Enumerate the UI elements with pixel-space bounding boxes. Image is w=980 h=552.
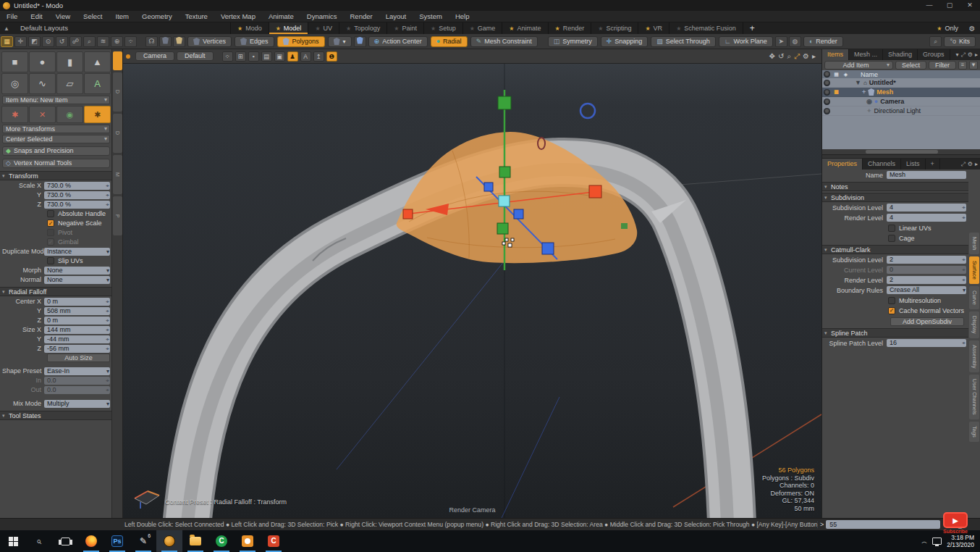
item-label[interactable]: Untitled* bbox=[869, 79, 896, 86]
taskbar-file-explorer[interactable] bbox=[182, 530, 208, 552]
vtab-2[interactable]: D bbox=[113, 114, 122, 153]
tab-mesh-ops[interactable]: Mesh ... bbox=[849, 49, 883, 60]
menu-layout[interactable]: Layout bbox=[379, 11, 413, 22]
network-icon[interactable] bbox=[932, 538, 942, 545]
snapping-button[interactable]: ✛Snapping bbox=[601, 36, 649, 47]
cage-checkbox[interactable]: ✓ bbox=[888, 235, 895, 242]
maximize-viewport-icon[interactable]: ⤢ bbox=[794, 52, 800, 61]
tab-add[interactable]: + bbox=[926, 159, 940, 170]
taskbar-photoshop[interactable]: Ps bbox=[104, 530, 130, 552]
list-options-icon[interactable]: ≡ bbox=[958, 61, 967, 70]
transform-section-header[interactable]: Transform bbox=[0, 171, 112, 180]
center-x-field[interactable]: 0 m bbox=[44, 298, 110, 306]
tab-topology[interactable]: ★Topology bbox=[339, 22, 386, 34]
tab-items[interactable]: Items bbox=[822, 49, 849, 60]
menu-geometry[interactable]: Geometry bbox=[135, 11, 179, 22]
add-layout-tab-button[interactable]: + bbox=[743, 22, 761, 34]
tab-vr[interactable]: ★VR bbox=[638, 22, 669, 34]
taskbar-search-button[interactable]: ⌕ bbox=[26, 530, 52, 552]
cache-normal-vectors-checkbox[interactable]: ✓ bbox=[888, 307, 895, 314]
orbit-icon[interactable]: ↺ bbox=[778, 52, 784, 61]
pan-icon[interactable]: ✥ bbox=[769, 52, 775, 61]
tab-setup[interactable]: ★Setup bbox=[423, 22, 462, 34]
boundary-rules-dropdown[interactable]: Crease All bbox=[887, 286, 966, 294]
vtab-mesh[interactable]: Mesh bbox=[969, 233, 979, 254]
notes-section-header[interactable]: Notes bbox=[822, 182, 968, 191]
action-center-button[interactable]: ⊕Action Center bbox=[368, 36, 428, 47]
menu-dynamics[interactable]: Dynamics bbox=[300, 11, 344, 22]
taskbar-pen-app[interactable]: ✎6 bbox=[130, 530, 156, 552]
eye-icon[interactable] bbox=[824, 108, 830, 114]
auto-select-icon[interactable]: ▦ bbox=[1, 36, 13, 47]
mesh-primitive-button[interactable]: ▱ bbox=[56, 73, 83, 94]
tab-properties[interactable]: Properties bbox=[822, 159, 863, 170]
close-button[interactable]: ✕ bbox=[960, 0, 980, 11]
task-view-button[interactable] bbox=[52, 530, 78, 552]
spline-patch-level-field[interactable]: 16 bbox=[887, 339, 966, 347]
menu-vertex-map[interactable]: Vertex Map bbox=[214, 11, 262, 22]
center-z-field[interactable]: 0 m bbox=[44, 317, 110, 325]
normal-dropdown[interactable]: None bbox=[44, 276, 110, 284]
panel-more-icon[interactable]: ▸ bbox=[975, 161, 978, 167]
eye-icon[interactable] bbox=[824, 80, 830, 86]
loop-select-icon[interactable]: ≋ bbox=[97, 36, 109, 47]
menu-item[interactable]: Item bbox=[109, 11, 135, 22]
item-label[interactable]: Directional Light bbox=[874, 107, 921, 114]
taskbar-firefox[interactable] bbox=[78, 530, 104, 552]
mix-mode-dropdown[interactable]: Multiply bbox=[44, 400, 110, 408]
figure-display-icon[interactable]: ♟ bbox=[287, 51, 298, 62]
render-level-field[interactable]: 4 bbox=[887, 214, 966, 222]
item-label[interactable]: Mesh bbox=[876, 88, 893, 96]
torus-primitive-button[interactable]: ◎ bbox=[1, 73, 28, 94]
tab-paint[interactable]: ★Paint bbox=[386, 22, 423, 34]
item-shield-icon[interactable] bbox=[173, 36, 185, 47]
plus-expander-icon[interactable]: + bbox=[862, 88, 866, 96]
wireframe-toggle-icon[interactable]: ⁘ bbox=[222, 51, 233, 62]
select-button[interactable]: Select bbox=[895, 61, 926, 70]
scale-x-field[interactable]: 730.0 % bbox=[44, 182, 110, 190]
shape-preset-dropdown[interactable]: Ease-In bbox=[44, 367, 110, 375]
cylinder-falloff-tool[interactable]: ◉ bbox=[56, 106, 83, 123]
vtab-4[interactable]: P bbox=[113, 196, 122, 235]
tab-channels[interactable]: Channels bbox=[863, 159, 901, 170]
item-label[interactable]: Camera bbox=[880, 98, 904, 105]
tab-schematic-fusion[interactable]: ★Schematic Fusion bbox=[669, 22, 743, 34]
snaps-precision-button[interactable]: ◆Snaps and Precision bbox=[2, 146, 110, 156]
item-row-mesh[interactable]: ▦ + Mesh bbox=[822, 88, 980, 97]
taskbar-clock[interactable]: 3:18 PM 2/13/2020 bbox=[947, 534, 974, 548]
menu-render[interactable]: Render bbox=[344, 11, 379, 22]
scale-y-field[interactable]: 730.0 % bbox=[44, 191, 110, 199]
selection-set-icon[interactable] bbox=[354, 36, 366, 47]
only-toggle[interactable]: ★Only bbox=[931, 22, 964, 34]
taskbar-modo[interactable] bbox=[156, 530, 182, 552]
radial-falloff-button[interactable]: ●Radial bbox=[431, 36, 468, 47]
zoom-icon[interactable]: ⌕ bbox=[787, 52, 791, 61]
cc-subdivision-level-field[interactable]: 2 bbox=[887, 256, 966, 264]
circle-select-icon[interactable]: ⊙ bbox=[42, 36, 54, 47]
annotation-icon[interactable]: A bbox=[300, 51, 311, 62]
menu-edit[interactable]: Edit bbox=[24, 11, 48, 22]
render-button[interactable]: ◐Render bbox=[803, 36, 843, 47]
sphere-primitive-button[interactable]: ● bbox=[29, 51, 56, 72]
curve-select-icon[interactable]: ↺ bbox=[56, 36, 68, 47]
size-x-field[interactable]: 144 mm bbox=[44, 326, 110, 334]
menu-texture[interactable]: Texture bbox=[179, 11, 214, 22]
scale-z-field[interactable]: 730.0 % bbox=[44, 201, 110, 209]
menu-help[interactable]: Help bbox=[449, 11, 476, 22]
cone-primitive-button[interactable]: ▲ bbox=[84, 51, 111, 72]
quad-view-icon[interactable]: ⊞ bbox=[235, 51, 246, 62]
duplicate-mode-dropdown[interactable]: Instance bbox=[44, 248, 110, 256]
tab-shading[interactable]: Shading bbox=[883, 49, 918, 60]
mesh-name-field[interactable]: Mesh bbox=[887, 171, 966, 179]
viewport-more-icon[interactable]: ▸ bbox=[812, 52, 816, 61]
layout-gear-icon[interactable]: ⚙ bbox=[964, 22, 980, 34]
tab-groups[interactable]: Groups bbox=[918, 49, 950, 60]
expand-select-icon[interactable]: ⊕ bbox=[111, 36, 123, 47]
linear-falloff-tool[interactable]: ✕ bbox=[29, 106, 56, 123]
shaded-view-icon[interactable]: ▤ bbox=[261, 51, 272, 62]
auto-mode-icon[interactable] bbox=[159, 36, 172, 47]
tab-uv[interactable]: ★UV bbox=[308, 22, 339, 34]
spline-patch-section-header[interactable]: Spline Patch bbox=[822, 328, 968, 338]
taskbar-camtasia[interactable]: C bbox=[208, 530, 235, 552]
tab-scripting[interactable]: ★Scripting bbox=[591, 22, 638, 34]
